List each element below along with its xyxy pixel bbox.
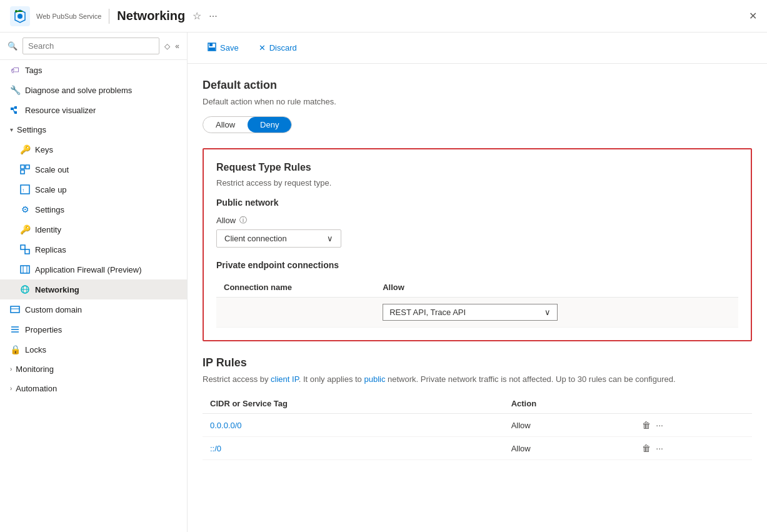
more-options-icon[interactable]: ··· (656, 443, 663, 453)
pe-allow-value: REST API, Trace API (389, 308, 466, 317)
ip-action-value: Allow (504, 414, 635, 437)
close-button[interactable]: ✕ (749, 10, 757, 22)
sidebar-item-networking[interactable]: Networking (0, 279, 187, 299)
sidebar-item-label: Tags (25, 66, 42, 75)
networking-icon (20, 284, 30, 294)
sidebar-section-automation[interactable]: › Automation (0, 379, 187, 398)
sidebar-item-settings[interactable]: ⚙ Settings (0, 199, 187, 219)
default-action-section: Default action Default action when no ru… (203, 79, 752, 133)
chevron-right-icon: › (10, 385, 12, 392)
pe-col-connection-name: Connection name (216, 278, 375, 298)
svg-rect-8 (21, 165, 24, 169)
pe-col-allow: Allow (375, 278, 738, 298)
pe-allow-cell: REST API, Trace API ∨ (375, 298, 738, 328)
page-title: Networking (117, 9, 185, 23)
svg-rect-5 (14, 111, 17, 114)
pe-connection-name (216, 298, 375, 328)
service-name: Web PubSub Service (36, 13, 101, 20)
star-icon[interactable]: ☆ (193, 10, 201, 22)
svg-rect-10 (21, 170, 24, 174)
ip-rules-section: IP Rules Restrict access by client IP. I… (203, 356, 752, 460)
ip-rules-desc1: Restrict access by (203, 374, 271, 384)
sidebar-item-label: Application Firewall (Preview) (35, 265, 142, 274)
ip-col-action: Action (504, 394, 635, 414)
more-options-icon[interactable]: ··· (656, 420, 663, 430)
sidebar-item-label: Scale out (35, 165, 69, 174)
save-button[interactable]: Save (203, 40, 244, 56)
settings-section-label: Settings (17, 125, 46, 134)
sidebar-item-scale-up[interactable]: ↑ Scale up (0, 179, 187, 199)
table-row: ::/0 Allow 🗑 ··· (203, 437, 752, 460)
ip-rules-desc: Restrict access by client IP. It only ap… (203, 374, 752, 384)
sidebar-item-identity[interactable]: 🔑 Identity (0, 219, 187, 239)
table-row: 0.0.0.0/0 Allow 🗑 ··· (203, 414, 752, 437)
collapse-icon[interactable]: « (175, 42, 179, 51)
ip-rules-desc3: . It only applies to (299, 374, 364, 384)
chevron-down-icon: ∨ (327, 234, 333, 243)
sidebar-item-label: Locks (25, 345, 46, 354)
toolbar: Save ✕ Discard (188, 33, 767, 64)
diamond-icon[interactable]: ◇ (164, 42, 170, 51)
svg-rect-27 (209, 43, 213, 46)
sidebar-item-resource-viz[interactable]: Resource visualizer (0, 100, 187, 120)
sidebar-items: 🏷 Tags 🔧 Diagnose and solve problems Res… (0, 60, 187, 532)
allow-text: Allow (216, 216, 236, 225)
chevron-down-icon: ∨ (544, 308, 551, 317)
ip-rules-public-link[interactable]: public (364, 374, 385, 384)
ip-rules-desc5: network. Private network traffic is not … (385, 374, 675, 384)
search-input[interactable] (23, 38, 159, 54)
svg-rect-13 (21, 245, 25, 249)
deny-toggle-btn[interactable]: Deny (248, 117, 291, 133)
svg-line-7 (13, 109, 14, 113)
sidebar-section-settings[interactable]: ▾ Settings (0, 120, 187, 139)
sidebar-item-label: Scale up (35, 185, 67, 194)
info-icon[interactable]: ⓘ (239, 215, 247, 226)
sidebar-search-container: 🔍 ◇ « (0, 33, 187, 60)
discard-button[interactable]: ✕ Discard (254, 41, 302, 55)
ip-row-actions: 🗑 ··· (634, 437, 752, 460)
sidebar-item-label: Diagnose and solve problems (25, 86, 132, 95)
pe-allow-dropdown[interactable]: REST API, Trace API ∨ (383, 304, 558, 321)
sidebar-item-label: Settings (35, 205, 64, 214)
diagnose-icon: 🔧 (10, 85, 20, 95)
ip-cidr-value: ::/0 (203, 437, 504, 460)
sidebar-item-replicas[interactable]: Replicas (0, 239, 187, 259)
locks-icon: 🔒 (10, 344, 20, 354)
svg-rect-21 (11, 306, 19, 313)
public-network-dropdown[interactable]: Client connection ∨ (216, 229, 341, 248)
scale-up-icon: ↑ (20, 184, 30, 194)
sidebar-item-app-firewall[interactable]: Application Firewall (Preview) (0, 259, 187, 279)
delete-icon[interactable]: 🗑 (642, 443, 651, 453)
sidebar-item-label: Properties (25, 325, 62, 334)
svg-text:↑: ↑ (22, 188, 24, 193)
keys-icon: 🔑 (20, 144, 30, 154)
svg-rect-14 (25, 249, 29, 254)
request-type-rules-box: Request Type Rules Restrict access by re… (203, 148, 752, 341)
sidebar-item-tags[interactable]: 🏷 Tags (0, 60, 187, 80)
sidebar-section-monitoring[interactable]: › Monitoring (0, 359, 187, 379)
allow-toggle-btn[interactable]: Allow (203, 117, 248, 133)
sidebar-item-keys[interactable]: 🔑 Keys (0, 139, 187, 159)
sidebar-item-locks[interactable]: 🔒 Locks (0, 339, 187, 359)
more-icon[interactable]: ··· (209, 11, 217, 22)
rules-box-desc: Restrict access by request type. (216, 178, 738, 188)
svg-line-6 (13, 108, 14, 109)
sidebar-item-label: Custom domain (25, 305, 82, 314)
sidebar-item-properties[interactable]: Properties (0, 319, 187, 339)
svg-point-1 (18, 14, 23, 19)
tags-icon: 🏷 (10, 65, 20, 75)
ip-rules-client-ip-link[interactable]: client IP (271, 374, 299, 384)
dropdown-value: Client connection (224, 234, 287, 243)
sidebar-item-diagnose[interactable]: 🔧 Diagnose and solve problems (0, 80, 187, 100)
private-endpoint-section: Private endpoint connections Connection … (216, 260, 738, 328)
delete-icon[interactable]: 🗑 (642, 420, 651, 430)
ip-rules-table: CIDR or Service Tag Action 0.0.0.0/0 All… (203, 394, 752, 460)
sidebar-item-custom-domain[interactable]: Custom domain (0, 299, 187, 319)
rules-desc-text: Restrict access by request type. (216, 178, 331, 188)
ip-rules-title: IP Rules (203, 356, 752, 369)
svg-rect-15 (21, 266, 29, 273)
ip-rules-desc2: client IP (271, 374, 299, 384)
sidebar-item-scale-out[interactable]: Scale out (0, 159, 187, 179)
save-icon (208, 43, 216, 53)
discard-icon: ✕ (259, 43, 266, 53)
